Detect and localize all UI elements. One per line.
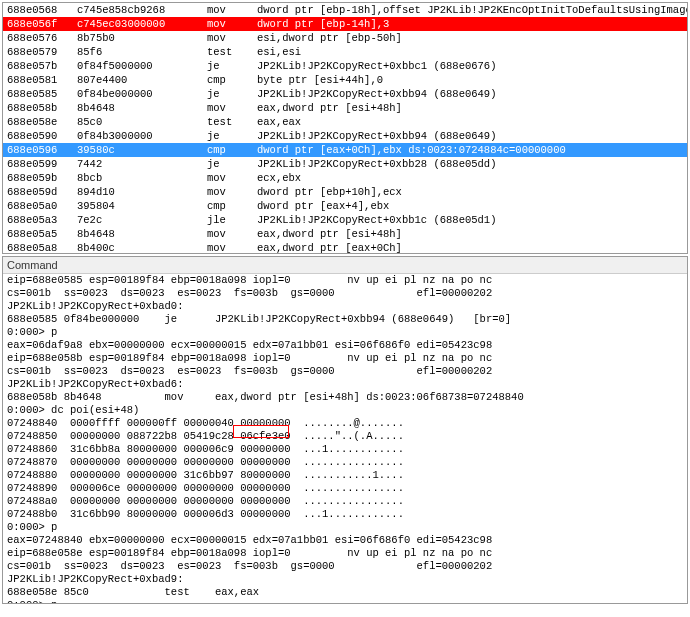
operands: dword ptr [ebp+10h],ecx	[257, 186, 402, 198]
mnemonic: cmp	[207, 143, 257, 157]
command-line: 688e0585 0f84be000000 je JP2KLib!JP2KCop…	[3, 313, 687, 326]
mnemonic: mov	[207, 241, 257, 254]
operands: JP2KLib!JP2KCopyRect+0xbbc1 (688e0676)	[257, 60, 496, 72]
operands: dword ptr [eax+4],ebx	[257, 200, 389, 212]
command-line: eax=07248840 ebx=00000000 ecx=00000015 e…	[3, 534, 687, 547]
bytes: 0f84b3000000	[77, 129, 207, 143]
command-line: cs=001b ss=0023 ds=0023 es=0023 fs=003b …	[3, 560, 687, 573]
operands: dword ptr [ebp-14h],3	[257, 18, 389, 30]
mnemonic: cmp	[207, 73, 257, 87]
bytes: 7e2c	[77, 213, 207, 227]
bytes: 8b75b0	[77, 31, 207, 45]
bytes: 85c0	[77, 115, 207, 129]
disasm-row[interactable]: 688e058b8b4648moveax,dword ptr [esi+48h]	[3, 101, 687, 115]
mnemonic: mov	[207, 3, 257, 17]
bytes: 0f84f5000000	[77, 59, 207, 73]
addr: 688e05a8	[7, 241, 77, 254]
bytes: 894d10	[77, 185, 207, 199]
command-line: 0:000> dc poi(esi+48)	[3, 404, 687, 417]
addr: 688e0596	[7, 143, 77, 157]
command-line: 0:000> p	[3, 521, 687, 534]
bytes: 8bcb	[77, 171, 207, 185]
command-line: 688e058e 85c0 test eax,eax	[3, 586, 687, 599]
disasm-row[interactable]: 688e059639580ccmpdword ptr [eax+0Ch],ebx…	[3, 143, 687, 157]
command-line: eip=688e0585 esp=00189f84 ebp=0018a098 i…	[3, 274, 687, 287]
bytes: 8b4648	[77, 227, 207, 241]
operands: JP2KLib!JP2KCopyRect+0xbb94 (688e0649)	[257, 130, 496, 142]
addr: 688e05a0	[7, 199, 77, 213]
command-line: 07248890 000006ce 00000000 00000000 0000…	[3, 482, 687, 495]
disasm-row[interactable]: 688e056fc745ec03000000movdword ptr [ebp-…	[3, 17, 687, 31]
disasm-row[interactable]: 688e05a88b400cmoveax,dword ptr [eax+0Ch]	[3, 241, 687, 254]
command-output[interactable]: eip=688e0585 esp=00189f84 ebp=0018a098 i…	[3, 274, 687, 604]
addr: 688e057b	[7, 59, 77, 73]
command-line: eip=688e058b esp=00189f84 ebp=0018a098 i…	[3, 352, 687, 365]
mnemonic: mov	[207, 227, 257, 241]
bytes: 85f6	[77, 45, 207, 59]
bytes: 395804	[77, 199, 207, 213]
addr: 688e056f	[7, 17, 77, 31]
mnemonic: mov	[207, 101, 257, 115]
bytes: 0f84be000000	[77, 87, 207, 101]
mnemonic: test	[207, 115, 257, 129]
operands: esi,dword ptr [ebp-50h]	[257, 32, 402, 44]
disasm-row[interactable]: 688e05a0395804cmpdword ptr [eax+4],ebx	[3, 199, 687, 213]
command-pane-title: Command	[3, 257, 687, 274]
addr: 688e059d	[7, 185, 77, 199]
disasm-row[interactable]: 688e059d894d10movdword ptr [ebp+10h],ecx	[3, 185, 687, 199]
command-line: 072488b0 31c6bb90 80000000 000006d3 0000…	[3, 508, 687, 521]
operands: JP2KLib!JP2KCopyRect+0xbb94 (688e0649)	[257, 88, 496, 100]
disasm-row[interactable]: 688e058e85c0testeax,eax	[3, 115, 687, 129]
command-line: 0:000> p	[3, 599, 687, 604]
command-line: 07248840 0000ffff 000000ff 00000040 0000…	[3, 417, 687, 430]
operands: JP2KLib!JP2KCopyRect+0xbb1c (688e05d1)	[257, 214, 496, 226]
disasm-row[interactable]: 688e05997442jeJP2KLib!JP2KCopyRect+0xbb2…	[3, 157, 687, 171]
bytes: c745ec03000000	[77, 17, 207, 31]
bytes: 7442	[77, 157, 207, 171]
disasm-row[interactable]: 688e05850f84be000000jeJP2KLib!JP2KCopyRe…	[3, 87, 687, 101]
command-line: 072488a0 00000000 00000000 00000000 0000…	[3, 495, 687, 508]
command-line: 07248870 00000000 00000000 00000000 0000…	[3, 456, 687, 469]
disasm-row[interactable]: 688e05900f84b3000000jeJP2KLib!JP2KCopyRe…	[3, 129, 687, 143]
addr: 688e0581	[7, 73, 77, 87]
addr: 688e0599	[7, 157, 77, 171]
mnemonic: je	[207, 59, 257, 73]
command-line: JP2KLib!JP2KCopyRect+0xbad6:	[3, 378, 687, 391]
mnemonic: je	[207, 87, 257, 101]
mnemonic: mov	[207, 31, 257, 45]
addr: 688e0585	[7, 87, 77, 101]
disasm-row[interactable]: 688e05a37e2cjleJP2KLib!JP2KCopyRect+0xbb…	[3, 213, 687, 227]
command-line: 688e058b 8b4648 mov eax,dword ptr [esi+4…	[3, 391, 687, 404]
mnemonic: cmp	[207, 199, 257, 213]
mnemonic: jle	[207, 213, 257, 227]
mnemonic: mov	[207, 171, 257, 185]
disasm-row[interactable]: 688e0568c745e858cb9268movdword ptr [ebp-…	[3, 3, 687, 17]
command-line: 07248880 00000000 00000000 31c6bb97 8000…	[3, 469, 687, 482]
operands: eax,dword ptr [esi+48h]	[257, 102, 402, 114]
disasm-row[interactable]: 688e059b8bcbmovecx,ebx	[3, 171, 687, 185]
operands: dword ptr [eax+0Ch],ebx ds:0023:0724884c…	[257, 144, 566, 156]
disasm-row[interactable]: 688e05a58b4648moveax,dword ptr [esi+48h]	[3, 227, 687, 241]
mnemonic: je	[207, 157, 257, 171]
bytes: 807e4400	[77, 73, 207, 87]
command-line: JP2KLib!JP2KCopyRect+0xbad0:	[3, 300, 687, 313]
command-line: cs=001b ss=0023 ds=0023 es=0023 fs=003b …	[3, 287, 687, 300]
addr: 688e0590	[7, 129, 77, 143]
addr: 688e058b	[7, 101, 77, 115]
disasm-row[interactable]: 688e057b0f84f5000000jeJP2KLib!JP2KCopyRe…	[3, 59, 687, 73]
operands: dword ptr [ebp-18h],offset JP2KLib!JP2KE…	[257, 4, 688, 16]
command-line: eip=688e058e esp=00189f84 ebp=0018a098 i…	[3, 547, 687, 560]
operands: ecx,ebx	[257, 172, 301, 184]
addr: 688e05a3	[7, 213, 77, 227]
addr: 688e058e	[7, 115, 77, 129]
command-pane[interactable]: Command eip=688e0585 esp=00189f84 ebp=00…	[2, 256, 688, 604]
disassembly-pane[interactable]: 688e0568c745e858cb9268movdword ptr [ebp-…	[2, 2, 688, 254]
disasm-row[interactable]: 688e057985f6testesi,esi	[3, 45, 687, 59]
addr: 688e059b	[7, 171, 77, 185]
bytes: 39580c	[77, 143, 207, 157]
mnemonic: mov	[207, 185, 257, 199]
operands: eax,dword ptr [eax+0Ch]	[257, 242, 402, 254]
mnemonic: test	[207, 45, 257, 59]
disasm-row[interactable]: 688e0581807e4400cmpbyte ptr [esi+44h],0	[3, 73, 687, 87]
disasm-row[interactable]: 688e05768b75b0movesi,dword ptr [ebp-50h]	[3, 31, 687, 45]
